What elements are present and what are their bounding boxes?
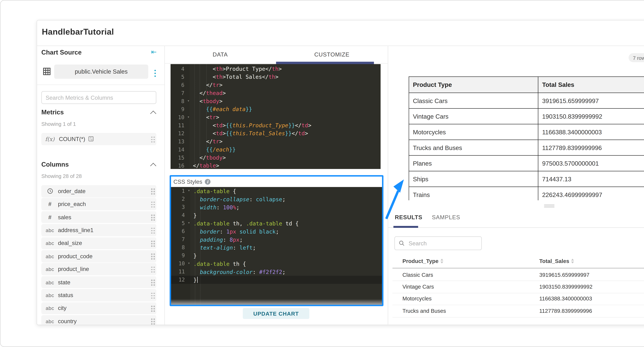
results-divider	[388, 227, 644, 228]
drag-handle-icon	[151, 228, 153, 229]
metrics-collapse-chevron-icon[interactable]	[150, 111, 156, 117]
column-item[interactable]: # price_each	[41, 198, 156, 210]
columns-collapse-chevron-icon[interactable]	[150, 163, 156, 169]
results-row: Motorcycles1166388.3400000003	[392, 293, 644, 305]
drag-handle-icon	[151, 280, 153, 281]
column-item[interactable]: abc status	[41, 289, 156, 301]
dataset-selector[interactable]: public.Vehicle Sales	[54, 65, 148, 79]
results-search	[394, 236, 482, 250]
css-styles-highlight-box: CSS Styles i 1▾.data-table {2 border-col…	[170, 175, 384, 306]
explore-card: HandlebarTutorial SAVE ••• Chart Source …	[36, 20, 644, 325]
column-item[interactable]: abc state	[41, 276, 156, 288]
number-type-icon: #	[45, 201, 54, 208]
text-type-icon: abc	[45, 318, 54, 324]
columns-showing-count: Showing 28 of 28	[41, 173, 82, 179]
css-styles-editor[interactable]: 1▾.data-table {2 border-collapse: collap…	[171, 187, 382, 305]
calculator-icon	[88, 135, 94, 143]
drag-handle-icon	[151, 306, 153, 307]
tab-samples[interactable]: SAMPLES	[432, 214, 460, 221]
results-row: Trucks and Buses1127789.8399999996	[392, 305, 644, 317]
clock-icon	[45, 188, 54, 194]
update-chart-button[interactable]: UPDATE CHART	[243, 308, 309, 319]
results-search-input[interactable]	[408, 239, 478, 247]
drag-handle-icon	[151, 202, 153, 203]
drag-handle-icon	[151, 241, 153, 242]
metric-item-count[interactable]: f(x) COUNT(*)	[41, 133, 156, 145]
drag-handle-icon	[151, 136, 153, 138]
metrics-section-title: Metrics	[41, 109, 64, 116]
search-icon	[399, 240, 405, 246]
text-type-icon: abc	[45, 292, 54, 298]
row-count-badge: 7 rows	[629, 53, 644, 62]
column-item[interactable]: abc product_code	[41, 250, 156, 262]
drag-handle-icon	[151, 254, 153, 255]
table-row: Trains226243.46999999997	[409, 187, 644, 200]
text-type-icon: abc	[45, 240, 54, 246]
dataset-grid-icon	[43, 67, 51, 77]
results-row: Vintage Cars1903150.8399999992	[392, 281, 644, 293]
page-title: HandlebarTutorial	[42, 27, 114, 37]
table-row: Ships714437.13	[409, 171, 644, 187]
text-type-icon: abc	[45, 266, 54, 272]
control-tabs: DATA CUSTOMIZE	[164, 46, 388, 63]
table-row: Classic Cars3919615.659999997	[409, 93, 644, 108]
drag-handle-icon	[151, 293, 153, 294]
rendered-data-table: Product Type Total Sales Classic Cars391…	[409, 76, 644, 200]
metrics-showing-count: Showing 1 of 1	[41, 121, 76, 127]
screenshot-root: HandlebarTutorial SAVE ••• Chart Source …	[0, 0, 644, 347]
number-type-icon: #	[45, 214, 54, 221]
text-type-icon: abc	[45, 305, 54, 311]
sidebar-divider	[37, 84, 164, 85]
handlebars-template-editor[interactable]: 4 <th>Product Type</th>5 <th>Total Sales…	[170, 64, 380, 169]
text-type-icon: abc	[45, 279, 54, 285]
column-item[interactable]: abc country	[41, 315, 156, 325]
table-row: Trucks and Buses1127789.8399999996	[409, 140, 644, 155]
tab-data[interactable]: DATA	[164, 46, 276, 63]
editor-scroll-fade	[171, 299, 382, 305]
active-tab-indicator	[276, 62, 374, 64]
table-header-row: Product Type Total Sales	[409, 77, 644, 93]
chart-preview: Product Type Total Sales Classic Cars391…	[409, 76, 644, 200]
column-header: Product Type	[409, 77, 538, 93]
sort-icon	[440, 259, 443, 264]
panel-divider-left	[164, 46, 165, 325]
function-icon: f(x)	[45, 136, 56, 142]
drag-handle-icon	[151, 267, 153, 268]
results-row: Classic Cars3919615.659999997	[392, 269, 644, 281]
drag-handle-icon	[151, 319, 153, 320]
table-row: Vintage Cars1903150.8399999992	[409, 108, 644, 124]
dataset-kebab-icon[interactable]	[154, 70, 156, 71]
drag-handle-icon	[151, 215, 153, 216]
column-header: Total Sales	[538, 77, 644, 93]
table-row: Planes975003.5700000001	[409, 155, 644, 171]
column-item[interactable]: abc address_line1	[41, 224, 156, 236]
column-item[interactable]: abc deal_size	[41, 237, 156, 249]
drag-handle-icon	[151, 189, 153, 190]
collapse-panel-icon[interactable]: ⇤	[151, 48, 156, 55]
columns-section-title: Columns	[41, 161, 69, 168]
sort-icon	[571, 259, 574, 264]
info-icon[interactable]: i	[205, 179, 210, 185]
tab-results[interactable]: RESULTS	[395, 214, 422, 221]
column-item[interactable]: abc city	[41, 302, 156, 314]
column-item[interactable]: order_date	[41, 185, 156, 197]
chart-source-title: Chart Source	[41, 49, 82, 56]
results-column-header[interactable]: Total_Sales	[539, 258, 574, 264]
column-item[interactable]: # sales	[41, 211, 156, 223]
metrics-columns-search-input[interactable]	[41, 91, 156, 104]
text-type-icon: abc	[45, 227, 54, 233]
css-styles-label: CSS Styles	[173, 178, 202, 185]
tab-customize[interactable]: CUSTOMIZE	[276, 46, 388, 63]
text-type-icon: abc	[45, 253, 54, 259]
column-item[interactable]: abc product_line	[41, 263, 156, 275]
results-column-header[interactable]: Product_Type	[402, 258, 443, 264]
panel-divider-right	[388, 46, 388, 325]
results-tab-indicator	[393, 226, 418, 228]
results-header-divider	[392, 268, 644, 269]
panel-resize-handle[interactable]	[544, 205, 554, 208]
table-row: Motorcycles1166388.3400000003	[409, 124, 644, 140]
